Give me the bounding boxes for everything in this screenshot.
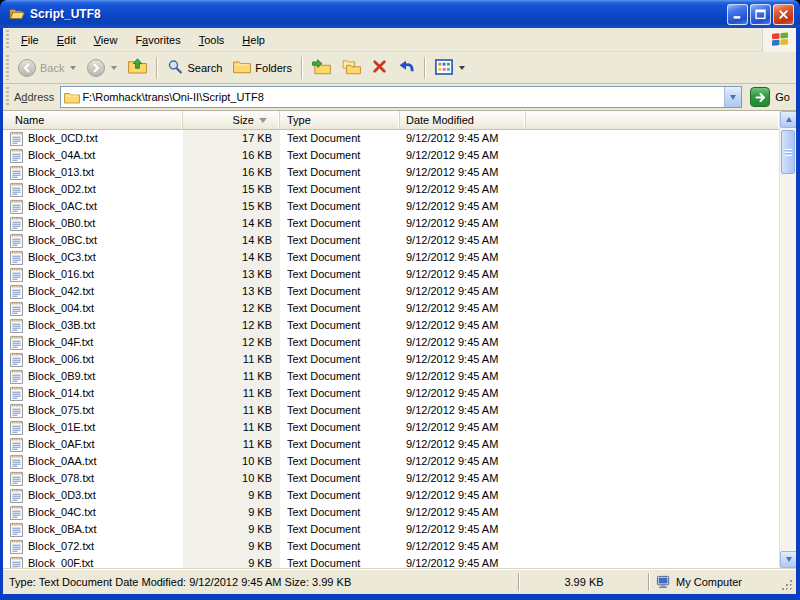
file-name: Block_013.txt: [28, 164, 94, 181]
back-button[interactable]: Back: [13, 55, 81, 81]
file-name: Block_0BA.txt: [28, 521, 96, 538]
file-row[interactable]: Block_0BA.txt 9 KB Text Document 9/12/20…: [3, 521, 779, 538]
file-type: Text Document: [280, 402, 400, 419]
file-row[interactable]: Block_03B.txt 12 KB Text Document 9/12/2…: [3, 317, 779, 334]
file-type: Text Document: [280, 164, 400, 181]
file-row[interactable]: Block_075.txt 11 KB Text Document 9/12/2…: [3, 402, 779, 419]
file-name: Block_04C.txt: [28, 504, 96, 521]
text-document-icon: [10, 437, 23, 452]
file-row[interactable]: Block_0D3.txt 9 KB Text Document 9/12/20…: [3, 487, 779, 504]
file-row[interactable]: Block_01E.txt 11 KB Text Document 9/12/2…: [3, 419, 779, 436]
file-row[interactable]: Block_0C3.txt 14 KB Text Document 9/12/2…: [3, 249, 779, 266]
file-row[interactable]: Block_0AC.txt 15 KB Text Document 9/12/2…: [3, 198, 779, 215]
file-date: 9/12/2012 9:45 AM: [400, 521, 526, 538]
forward-button[interactable]: [82, 55, 122, 81]
menu-view[interactable]: View: [85, 31, 127, 49]
go-arrow-icon: [754, 91, 767, 104]
file-row[interactable]: Block_0AA.txt 10 KB Text Document 9/12/2…: [3, 453, 779, 470]
maximize-button[interactable]: [750, 4, 771, 25]
file-list-pane: Name Size Type Date Modified Block_0CD: [3, 111, 796, 568]
file-row[interactable]: Block_04C.txt 9 KB Text Document 9/12/20…: [3, 504, 779, 521]
file-row[interactable]: Block_0B0.txt 14 KB Text Document 9/12/2…: [3, 215, 779, 232]
close-icon: [778, 9, 789, 20]
menu-favorites[interactable]: Favorites: [126, 31, 189, 49]
file-size: 17 KB: [183, 130, 280, 147]
views-button[interactable]: [430, 55, 470, 81]
file-date: 9/12/2012 9:45 AM: [400, 538, 526, 555]
file-row[interactable]: Block_006.txt 11 KB Text Document 9/12/2…: [3, 351, 779, 368]
address-input[interactable]: [80, 91, 724, 103]
text-document-icon: [10, 420, 23, 435]
file-row[interactable]: Block_0B9.txt 11 KB Text Document 9/12/2…: [3, 368, 779, 385]
menu-help[interactable]: Help: [233, 31, 274, 49]
file-size: 12 KB: [183, 334, 280, 351]
file-row[interactable]: Block_014.txt 11 KB Text Document 9/12/2…: [3, 385, 779, 402]
vertical-scrollbar[interactable]: [779, 111, 796, 568]
window-title: Script_UTF8: [30, 7, 725, 21]
file-row[interactable]: Block_0BC.txt 14 KB Text Document 9/12/2…: [3, 232, 779, 249]
scrollbar-grip: [785, 149, 792, 156]
delete-button[interactable]: [367, 55, 392, 81]
undo-button[interactable]: [393, 55, 420, 81]
file-row[interactable]: Block_04A.txt 16 KB Text Document 9/12/2…: [3, 147, 779, 164]
file-type: Text Document: [280, 215, 400, 232]
file-size: 12 KB: [183, 317, 280, 334]
file-date: 9/12/2012 9:45 AM: [400, 300, 526, 317]
go-button[interactable]: [750, 87, 770, 107]
scroll-down-button[interactable]: [780, 551, 796, 568]
close-button[interactable]: [773, 4, 794, 25]
file-row[interactable]: Block_013.txt 16 KB Text Document 9/12/2…: [3, 164, 779, 181]
title-bar[interactable]: Script_UTF8: [0, 0, 800, 28]
file-row[interactable]: Block_042.txt 13 KB Text Document 9/12/2…: [3, 283, 779, 300]
sort-descending-icon: [259, 118, 267, 123]
folders-button[interactable]: Folders: [228, 55, 297, 81]
text-document-icon: [10, 403, 23, 418]
file-type: Text Document: [280, 266, 400, 283]
column-header-type[interactable]: Type: [280, 111, 400, 129]
toolbar-grip[interactable]: [5, 55, 10, 80]
file-row[interactable]: Block_0AF.txt 11 KB Text Document 9/12/2…: [3, 436, 779, 453]
file-date: 9/12/2012 9:45 AM: [400, 351, 526, 368]
file-name: Block_078.txt: [28, 470, 94, 487]
file-row[interactable]: Block_0CD.txt 17 KB Text Document 9/12/2…: [3, 130, 779, 147]
my-computer-icon: [656, 575, 671, 589]
scroll-up-button[interactable]: [780, 111, 796, 128]
file-type: Text Document: [280, 538, 400, 555]
copy-to-button[interactable]: [337, 55, 366, 81]
address-dropdown-button[interactable]: [724, 87, 741, 107]
resize-grip[interactable]: [781, 579, 794, 592]
up-button[interactable]: [123, 55, 152, 81]
search-button[interactable]: Search: [162, 55, 227, 81]
text-document-icon: [10, 250, 23, 265]
file-name: Block_014.txt: [28, 385, 94, 402]
file-row[interactable]: Block_004.txt 12 KB Text Document 9/12/2…: [3, 300, 779, 317]
menu-edit[interactable]: Edit: [48, 31, 85, 49]
addressbar-grip[interactable]: [5, 87, 10, 108]
file-date: 9/12/2012 9:45 AM: [400, 215, 526, 232]
file-size: 13 KB: [183, 283, 280, 300]
file-size: 16 KB: [183, 147, 280, 164]
file-row[interactable]: Block_016.txt 13 KB Text Document 9/12/2…: [3, 266, 779, 283]
menu-tools[interactable]: Tools: [190, 31, 234, 49]
column-header-size[interactable]: Size: [183, 111, 280, 129]
minimize-button[interactable]: [727, 4, 748, 25]
column-header-name[interactable]: Name: [3, 111, 183, 129]
back-icon: [18, 59, 36, 77]
folder-icon: [64, 91, 80, 104]
file-row[interactable]: Block_072.txt 9 KB Text Document 9/12/20…: [3, 538, 779, 555]
file-row[interactable]: Block_00F.txt 9 KB Text Document 9/12/20…: [3, 555, 779, 568]
file-size: 11 KB: [183, 402, 280, 419]
column-header-date[interactable]: Date Modified: [400, 111, 526, 129]
scroll-up-icon: [786, 117, 792, 122]
views-icon: [435, 59, 453, 77]
menubar-grip[interactable]: [5, 30, 10, 48]
menu-file[interactable]: File: [12, 31, 48, 49]
file-row[interactable]: Block_078.txt 10 KB Text Document 9/12/2…: [3, 470, 779, 487]
file-row[interactable]: Block_04F.txt 12 KB Text Document 9/12/2…: [3, 334, 779, 351]
file-type: Text Document: [280, 334, 400, 351]
scrollbar-thumb[interactable]: [781, 130, 795, 174]
file-size: 9 KB: [183, 521, 280, 538]
go-label[interactable]: Go: [775, 91, 790, 103]
move-to-button[interactable]: [307, 55, 336, 81]
file-row[interactable]: Block_0D2.txt 15 KB Text Document 9/12/2…: [3, 181, 779, 198]
